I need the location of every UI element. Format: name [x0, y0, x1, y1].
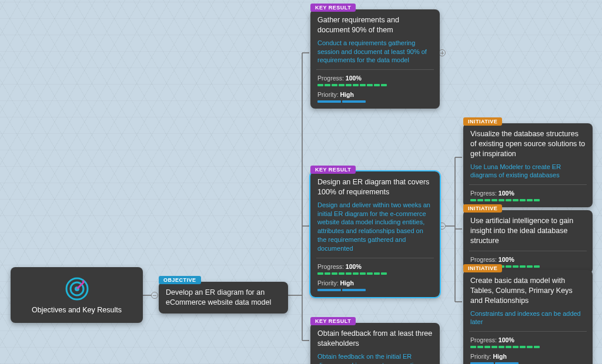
kr-desc: Conduct a requirements gathering session… [317, 39, 433, 65]
initiative-tag: INITIATIVE [463, 117, 502, 126]
kr-desc: Obtain feedback on the initial ER diagra… [317, 352, 433, 364]
key-result-tag: KEY RESULT [310, 317, 356, 325]
key-result-tag: KEY RESULT [310, 166, 356, 174]
divider [469, 331, 587, 332]
progress-label: Progress: 100% [317, 263, 433, 270]
initiative-tag: INITIATIVE [463, 264, 502, 272]
kr-node-feedback[interactable]: KEY RESULT Obtain feedback from at least… [310, 323, 440, 364]
root-okr-node[interactable]: Objectives and Key Results [11, 267, 143, 323]
kr-title: Gather requirements and document 90% of … [317, 15, 433, 35]
initiative-title: Visualize the database structures of exi… [470, 129, 586, 159]
progress-label: Progress: 100% [317, 75, 433, 82]
progress-bar [317, 84, 433, 86]
initiative-desc: Use Luna Modeler to create ER diagrams o… [470, 163, 586, 180]
initiative-desc: Constraints and indexes can be added lat… [470, 309, 586, 327]
target-icon [65, 277, 89, 301]
kr-node-gather[interactable]: KEY RESULT Gather requirements and docum… [310, 9, 440, 109]
priority-label: Priority: High [317, 91, 433, 98]
progress-bar [317, 272, 433, 275]
divider [469, 251, 587, 251]
progress-label: Progress: 100% [470, 336, 586, 343]
priority-label: Priority: High [317, 279, 433, 287]
kr-title: Obtain feedback from at least three stak… [317, 329, 433, 349]
okr-mindmap-canvas[interactable]: Objectives and Key Results OBJECTIVE Dev… [0, 0, 602, 364]
divider [469, 184, 587, 185]
divider [316, 258, 434, 258]
kr-desc: Design and deliver within two weeks an i… [317, 201, 433, 253]
initiative-title: Create basic data model with Tables, Col… [470, 276, 586, 306]
priority-label: Priority: High [470, 353, 586, 360]
kr-title: Design an ER diagram that covers 100% of… [317, 177, 433, 197]
priority-bar [317, 100, 433, 103]
key-result-tag: KEY RESULT [310, 4, 356, 12]
initiative-node-visualize[interactable]: INITIATIVE Visualize the database struct… [463, 123, 593, 207]
initiative-title: Use artificial intelligence to gain insi… [470, 216, 586, 246]
progress-bar [470, 199, 586, 201]
progress-label: Progress: 100% [470, 190, 586, 197]
initiative-node-basic-model[interactable]: INITIATIVE Create basic data model with … [463, 270, 593, 364]
kr-node-design[interactable]: KEY RESULT Design an ER diagram that cov… [310, 171, 440, 297]
initiative-tag: INITIATIVE [463, 204, 502, 213]
divider [316, 69, 434, 70]
objective-node[interactable]: OBJECTIVE Develop an ER diagram for an e… [159, 282, 288, 314]
collapse-pip[interactable] [151, 292, 158, 299]
progress-label: Progress: 100% [470, 256, 586, 263]
progress-bar [470, 346, 586, 348]
objective-title: Develop an ER diagram for an eCommerce w… [166, 288, 281, 308]
priority-bar [317, 289, 433, 291]
objective-tag: OBJECTIVE [159, 276, 201, 284]
root-title: Objectives and Key Results [32, 306, 122, 314]
